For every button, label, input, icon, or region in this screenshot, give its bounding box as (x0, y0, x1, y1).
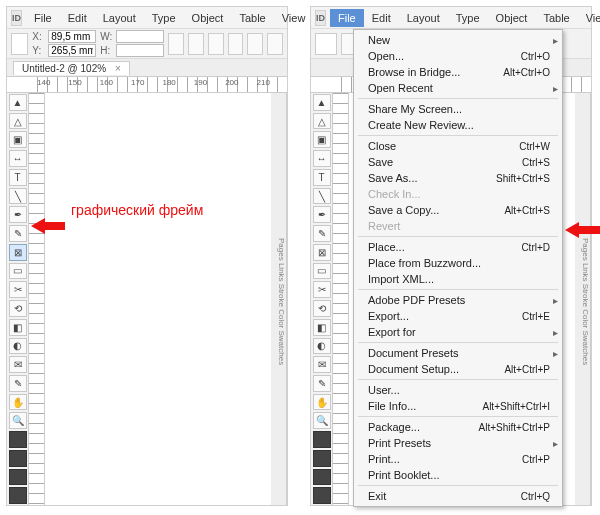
eyedropper-tool[interactable]: ✎ (9, 375, 27, 392)
menu-item-place[interactable]: Place...Ctrl+D (354, 239, 562, 255)
gradient-swatch-tool[interactable]: ◧ (9, 319, 27, 336)
canvas[interactable] (45, 93, 271, 505)
rectangle-frame-tool[interactable]: ⊠ (9, 244, 27, 261)
menu-layout[interactable]: Layout (95, 9, 144, 27)
pencil-tool[interactable]: ✎ (9, 225, 27, 242)
menu-item-import-xml[interactable]: Import XML... (354, 271, 562, 287)
menu-table[interactable]: Table (535, 9, 577, 27)
menu-item-export-for[interactable]: Export for (354, 324, 562, 340)
constrain-icon[interactable] (168, 33, 184, 55)
hand-tool[interactable]: ✋ (9, 394, 27, 411)
default-colors[interactable]: ◪ (313, 450, 331, 467)
menu-item-adobe-pdf-presets[interactable]: Adobe PDF Presets (354, 292, 562, 308)
menu-item-close[interactable]: CloseCtrl+W (354, 138, 562, 154)
pen-tool[interactable]: ✒ (9, 206, 27, 223)
menu-view[interactable]: View (274, 9, 314, 27)
menu-item-user[interactable]: User... (354, 382, 562, 398)
menu-view[interactable]: View (578, 9, 600, 27)
page-tool[interactable]: ▣ (313, 131, 331, 148)
menu-item-exit[interactable]: ExitCtrl+Q (354, 488, 562, 504)
scissors-tool[interactable]: ✂ (313, 281, 331, 298)
free-transform-tool[interactable]: ⟲ (313, 300, 331, 317)
menu-item-document-setup[interactable]: Document Setup...Alt+Ctrl+P (354, 361, 562, 377)
formatting-container[interactable]: ▦ (313, 469, 331, 486)
selection-tool[interactable]: ▲ (313, 94, 331, 111)
menu-file[interactable]: File (330, 9, 364, 27)
hand-tool[interactable]: ✋ (313, 394, 331, 411)
menu-item-print[interactable]: Print...Ctrl+P (354, 451, 562, 467)
gap-tool[interactable]: ↔ (9, 150, 27, 167)
shear-icon[interactable] (228, 33, 244, 55)
direct-selection-tool[interactable]: △ (9, 113, 27, 130)
formatting-container[interactable]: ▦ (9, 469, 27, 486)
pen-tool[interactable]: ✒ (313, 206, 331, 223)
menu-layout[interactable]: Layout (399, 9, 448, 27)
scale-icon[interactable] (188, 33, 204, 55)
menu-edit[interactable]: Edit (364, 9, 399, 27)
menu-item-new[interactable]: New (354, 32, 562, 48)
line-tool[interactable]: ╲ (313, 188, 331, 205)
menu-type[interactable]: Type (144, 9, 184, 27)
x-input[interactable] (48, 30, 96, 43)
page-tool[interactable]: ▣ (9, 131, 27, 148)
menu-item-print-booklet[interactable]: Print Booklet... (354, 467, 562, 483)
pencil-tool[interactable]: ✎ (313, 225, 331, 242)
menu-table[interactable]: Table (231, 9, 273, 27)
tab-close-icon[interactable]: × (115, 63, 121, 74)
fill-stroke[interactable]: ◩ (9, 431, 27, 448)
menu-edit[interactable]: Edit (60, 9, 95, 27)
selection-tool[interactable]: ▲ (9, 94, 27, 111)
note-tool[interactable]: ✉ (313, 356, 331, 373)
flip-h-icon[interactable] (247, 33, 263, 55)
menu-item-file-info[interactable]: File Info...Alt+Shift+Ctrl+I (354, 398, 562, 414)
rotate-icon[interactable] (208, 33, 224, 55)
menu-type[interactable]: Type (448, 9, 488, 27)
flip-v-icon[interactable] (267, 33, 283, 55)
menu-item-open-recent[interactable]: Open Recent (354, 80, 562, 96)
document-tab[interactable]: Untitled-2 @ 102% × (13, 61, 130, 75)
menu-item-save-as[interactable]: Save As...Shift+Ctrl+S (354, 170, 562, 186)
menu-item-place-from-buzzword[interactable]: Place from Buzzword... (354, 255, 562, 271)
y-input[interactable] (48, 44, 96, 57)
menu-item-open[interactable]: Open...Ctrl+O (354, 48, 562, 64)
zoom-tool[interactable]: 🔍 (313, 412, 331, 429)
screen-mode[interactable]: ▢ (9, 487, 27, 504)
gap-tool[interactable]: ↔ (313, 150, 331, 167)
reference-point-icon[interactable] (315, 33, 337, 55)
menu-item-package[interactable]: Package...Alt+Shift+Ctrl+P (354, 419, 562, 435)
menu-item-document-presets[interactable]: Document Presets (354, 345, 562, 361)
rectangle-tool[interactable]: ▭ (9, 263, 27, 280)
menu-file[interactable]: File (26, 9, 60, 27)
panel-dock[interactable]: Pages Links Stroke Color Swatches (575, 93, 591, 505)
type-tool[interactable]: T (9, 169, 27, 186)
menu-item-export[interactable]: Export...Ctrl+E (354, 308, 562, 324)
menu-object[interactable]: Object (184, 9, 232, 27)
menu-object[interactable]: Object (488, 9, 536, 27)
rectangle-frame-tool[interactable]: ⊠ (313, 244, 331, 261)
default-colors[interactable]: ◪ (9, 450, 27, 467)
type-tool[interactable]: T (313, 169, 331, 186)
menu-item-create-new-review[interactable]: Create New Review... (354, 117, 562, 133)
zoom-tool[interactable]: 🔍 (9, 412, 27, 429)
gradient-feather-tool[interactable]: ◐ (9, 338, 27, 355)
menu-item-save[interactable]: SaveCtrl+S (354, 154, 562, 170)
gradient-swatch-tool[interactable]: ◧ (313, 319, 331, 336)
w-input[interactable] (116, 30, 164, 43)
menu-item-save-a-copy[interactable]: Save a Copy...Alt+Ctrl+S (354, 202, 562, 218)
scissors-tool[interactable]: ✂ (9, 281, 27, 298)
line-tool[interactable]: ╲ (9, 188, 27, 205)
eyedropper-tool[interactable]: ✎ (313, 375, 331, 392)
note-tool[interactable]: ✉ (9, 356, 27, 373)
gradient-feather-tool[interactable]: ◐ (313, 338, 331, 355)
menu-item-print-presets[interactable]: Print Presets (354, 435, 562, 451)
fill-stroke[interactable]: ◩ (313, 431, 331, 448)
reference-point-icon[interactable] (11, 33, 28, 55)
h-input[interactable] (116, 44, 164, 57)
rectangle-tool[interactable]: ▭ (313, 263, 331, 280)
panel-dock[interactable]: Pages Links Stroke Color Swatches (271, 93, 287, 505)
direct-selection-tool[interactable]: △ (313, 113, 331, 130)
menu-item-share-my-screen[interactable]: Share My Screen... (354, 101, 562, 117)
menu-item-browse-in-bridge[interactable]: Browse in Bridge...Alt+Ctrl+O (354, 64, 562, 80)
screen-mode[interactable]: ▢ (313, 487, 331, 504)
free-transform-tool[interactable]: ⟲ (9, 300, 27, 317)
